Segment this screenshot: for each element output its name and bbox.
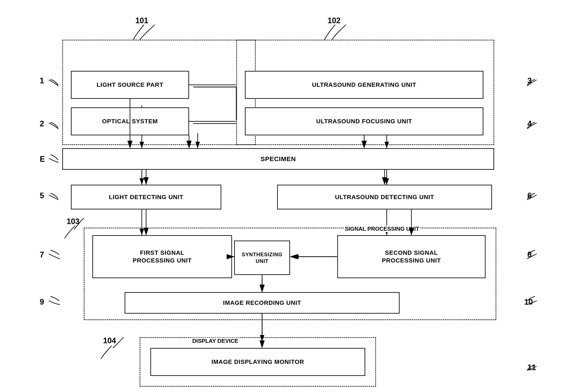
- image-displaying-monitor-label: IMAGE DISPLAYING MONITOR: [212, 358, 304, 365]
- synthesizing-unit-label: SYNTHESIZINGUNIT: [242, 251, 282, 264]
- ref-104: 104: [103, 336, 116, 345]
- ref-7: 7: [40, 250, 44, 259]
- ref-3: 3: [528, 76, 532, 85]
- ref-103: 103: [66, 217, 80, 226]
- ultrasound-focusing-unit-label: ULTRASOUND FOCUSING UNIT: [316, 118, 412, 125]
- specimen-label: SPECIMEN: [260, 155, 296, 162]
- ref-4: 4: [528, 119, 532, 128]
- light-source-part-label: LIGHT SOURCE PART: [97, 82, 163, 88]
- image-displaying-monitor-box: IMAGE DISPLAYING MONITOR: [150, 348, 365, 376]
- light-detecting-unit-label: LIGHT DETECTING UNIT: [109, 194, 184, 200]
- second-signal-processing-unit-box: SECOND SIGNALPROCESSING UNIT: [337, 235, 486, 278]
- ultrasound-detecting-unit-box: ULTRASOUND DETECTING UNIT: [277, 185, 492, 210]
- image-recording-unit-label: IMAGE RECORDING UNIT: [223, 300, 301, 306]
- diagram: SPECIMEN LIGHT SOURCE PART OPTICAL SYSTE…: [0, 0, 585, 392]
- synthesizing-unit-box: SYNTHESIZINGUNIT: [234, 240, 290, 275]
- display-device-label: DISPLAY DEVICE: [191, 338, 239, 344]
- ultrasound-generating-unit-box: ULTRASOUND GENERATING UNIT: [245, 71, 484, 99]
- image-recording-unit-box: IMAGE RECORDING UNIT: [124, 292, 400, 314]
- ultrasound-detecting-unit-label: ULTRASOUND DETECTING UNIT: [335, 194, 434, 200]
- ref-5: 5: [40, 191, 44, 200]
- second-signal-processing-unit-label: SECOND SIGNALPROCESSING UNIT: [382, 249, 441, 265]
- light-source-part-box: LIGHT SOURCE PART: [71, 71, 189, 99]
- light-detecting-unit-box: LIGHT DETECTING UNIT: [71, 185, 221, 210]
- ref-11: 11: [528, 363, 536, 372]
- ref-8: 8: [528, 250, 532, 259]
- optical-system-label: OPTICAL SYSTEM: [102, 118, 158, 125]
- ultrasound-focusing-unit-box: ULTRASOUND FOCUSING UNIT: [245, 108, 484, 135]
- specimen-box: SPECIMEN: [62, 148, 494, 170]
- optical-system-box: OPTICAL SYSTEM: [71, 108, 189, 135]
- ref-1: 1: [40, 76, 44, 85]
- ref-101: 101: [135, 16, 148, 25]
- ref-2: 2: [40, 119, 44, 128]
- first-signal-processing-unit-label: FIRST SIGNALPROCESSING UNIT: [133, 249, 192, 265]
- ref-9: 9: [40, 298, 44, 306]
- ultrasound-generating-unit-label: ULTRASOUND GENERATING UNIT: [312, 82, 416, 88]
- ref-E: E: [40, 155, 45, 164]
- first-signal-processing-unit-box: FIRST SIGNALPROCESSING UNIT: [92, 235, 232, 278]
- signal-processing-unit-label: SIGNAL PROCESSING UNIT: [344, 226, 420, 232]
- ref-10: 10: [524, 298, 533, 306]
- ref-6: 6: [528, 191, 532, 200]
- ref-102: 102: [328, 16, 340, 25]
